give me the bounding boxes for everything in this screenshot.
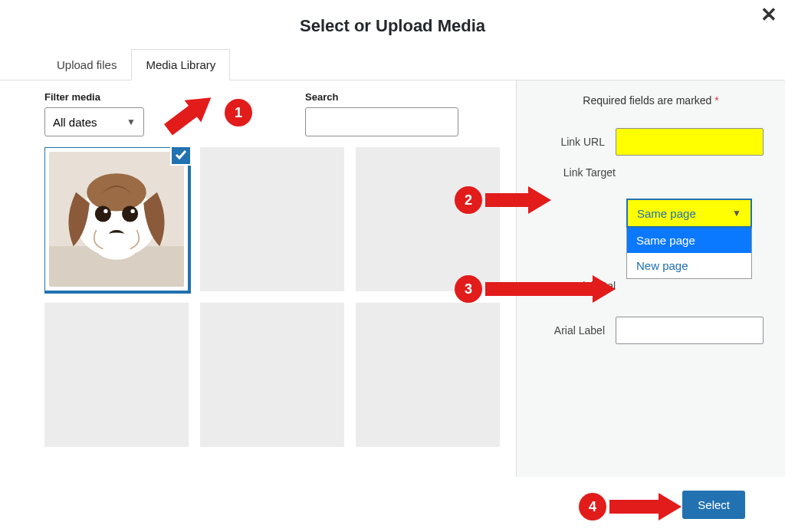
close-icon[interactable]: ✕ — [760, 5, 777, 25]
svg-point-7 — [130, 209, 134, 213]
search-group: Search — [305, 91, 458, 136]
date-filter-select[interactable]: All dates ▼ — [44, 107, 144, 136]
link-url-label: Link URL — [538, 136, 616, 148]
media-thumbnail[interactable] — [356, 303, 500, 447]
svg-point-3 — [87, 173, 146, 211]
chevron-down-icon: ▼ — [126, 117, 136, 127]
media-thumbnail-image — [49, 152, 184, 287]
media-thumbnail[interactable] — [200, 147, 344, 291]
link-url-input[interactable] — [616, 128, 764, 156]
tab-media-library[interactable]: Media Library — [131, 49, 230, 80]
aria-label-input[interactable] — [616, 317, 764, 344]
link-target-row: Link Target Same page ▼ Same page New pa… — [538, 166, 764, 179]
required-star-icon: * — [714, 94, 718, 107]
filter-bar: Filter media All dates ▼ Search — [44, 91, 501, 136]
filter-media-group: Filter media All dates ▼ — [44, 91, 144, 136]
link-target-label: Link Target — [538, 166, 626, 179]
modal-title: Select or Upload Media — [0, 0, 785, 48]
chevron-down-icon: ▼ — [732, 208, 741, 218]
media-thumbnail[interactable] — [44, 303, 189, 447]
link-target-value: Same page — [637, 207, 696, 220]
modal-content: Filter media All dates ▼ Search ▲ — [0, 80, 785, 478]
callout-number: 4 — [579, 493, 606, 521]
annotation-callout-1: 1 — [194, 103, 226, 117]
callout-number: 1 — [225, 99, 252, 126]
aria-label-row: Arial Label — [538, 317, 764, 344]
media-modal: ✕ Select or Upload Media Upload files Me… — [0, 0, 785, 532]
media-browser: Filter media All dates ▼ Search ▲ — [0, 80, 517, 478]
media-thumbnail[interactable] — [356, 147, 500, 291]
link-target-select[interactable]: Same page ▼ Same page New page — [626, 199, 752, 279]
tab-upload-files[interactable]: Upload files — [42, 49, 131, 80]
search-input[interactable] — [305, 107, 458, 136]
date-filter-value: All dates — [53, 116, 97, 129]
annotation-callout-3: 3 — [455, 275, 594, 303]
svg-point-5 — [122, 205, 138, 222]
media-thumbnail-selected[interactable] — [44, 147, 189, 291]
annotation-callout-4: 4 — [579, 493, 660, 521]
search-label: Search — [305, 91, 458, 103]
media-thumbnail[interactable] — [200, 303, 344, 447]
link-target-dropdown: Same page New page — [626, 228, 752, 279]
svg-point-6 — [103, 209, 107, 213]
callout-number: 2 — [455, 186, 482, 214]
callout-number: 3 — [455, 275, 482, 303]
select-button[interactable]: Select — [682, 491, 745, 519]
svg-point-4 — [95, 205, 111, 222]
annotation-callout-2: 2 — [455, 186, 530, 214]
media-grid — [44, 147, 501, 447]
link-target-option-same-page[interactable]: Same page — [627, 228, 751, 253]
filter-media-label: Filter media — [44, 91, 144, 103]
dog-photo-icon — [49, 152, 184, 287]
link-target-select-button[interactable]: Same page ▼ — [626, 199, 752, 228]
link-url-row: Link URL — [538, 128, 764, 156]
tab-bar: Upload files Media Library — [0, 48, 785, 80]
aria-label-label: Arial Label — [538, 324, 616, 337]
required-fields-note: Required fields are marked * — [538, 94, 764, 107]
link-target-option-new-page[interactable]: New page — [627, 253, 751, 278]
media-grid-wrap: ▲ — [44, 147, 501, 461]
svg-point-9 — [95, 233, 138, 260]
checkmark-icon — [170, 147, 192, 166]
